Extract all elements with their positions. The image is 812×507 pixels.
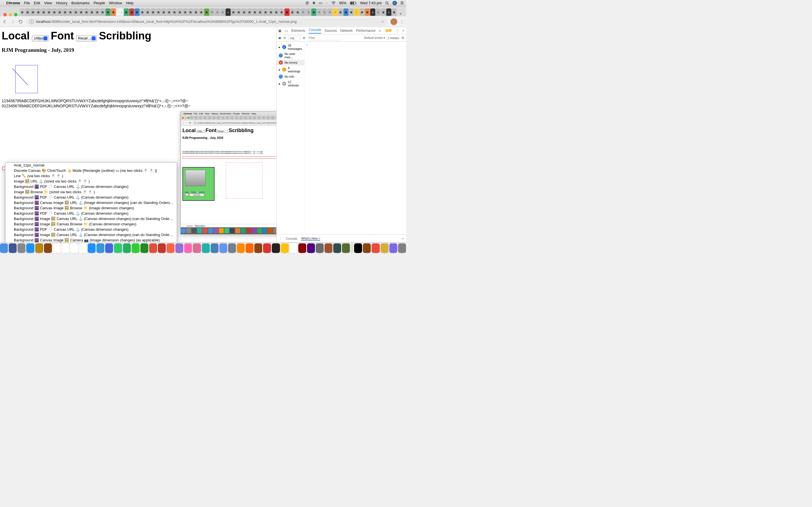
dock-app[interactable] xyxy=(363,243,371,253)
dock-app[interactable] xyxy=(254,243,262,253)
browser-tab[interactable]: ▦ xyxy=(343,8,349,16)
browser-tab[interactable]: ▦ xyxy=(349,8,354,16)
browser-tab[interactable]: ▦ xyxy=(290,8,295,16)
browser-tab[interactable]: G xyxy=(306,8,311,16)
browser-tab[interactable]: ▦ xyxy=(252,8,257,16)
browser-tab[interactable]: ▦ xyxy=(295,8,300,16)
site-info-icon[interactable]: i xyxy=(29,19,34,24)
menu-window[interactable]: Window xyxy=(109,1,122,5)
dock-app[interactable] xyxy=(114,243,122,253)
browser-tab[interactable]: G xyxy=(322,8,327,16)
reload-button[interactable] xyxy=(18,19,23,24)
new-tab-button[interactable]: + xyxy=(397,11,404,16)
dock-app[interactable] xyxy=(158,243,166,253)
browser-tab[interactable]: ▦ xyxy=(183,8,188,16)
browser-tab[interactable]: G xyxy=(220,8,225,16)
forward-button[interactable] xyxy=(10,19,15,24)
browser-tab[interactable]: ▦ xyxy=(105,8,110,16)
browser-tab[interactable]: ▦ xyxy=(365,8,370,16)
mode-dropdown[interactable]: Arial_12px_normalDiscrete Canvas 🎨 Click… xyxy=(5,162,177,242)
browser-tab[interactable]: a xyxy=(386,8,391,16)
dropdown-option[interactable]: Image 🖼️ URL ⚓ (sized via two clicks 🖱️ … xyxy=(5,179,177,184)
bluetooth-icon[interactable]: ⌵ xyxy=(326,1,328,5)
browser-tab[interactable]: ▦ xyxy=(236,8,241,16)
dock-app[interactable] xyxy=(140,243,148,253)
browser-tab[interactable]: ▦ xyxy=(84,8,89,16)
browser-tab[interactable]: G xyxy=(215,8,220,16)
dock-app[interactable] xyxy=(333,243,341,253)
console-filter-row[interactable]: ⊗ No errors xyxy=(276,60,305,65)
menu-people[interactable]: People xyxy=(94,1,105,5)
live-expression-icon[interactable]: 👁 xyxy=(303,36,306,40)
console-filter-row[interactable]: ⓘ No user mes... xyxy=(276,51,305,60)
siri-icon[interactable] xyxy=(393,1,397,5)
wifi-icon[interactable] xyxy=(331,1,336,5)
browser-tab[interactable]: ▦ xyxy=(285,8,290,16)
dropdown-option[interactable]: Background 🌆 Image 🖼️ Canvas URL ⚓ (Canv… xyxy=(5,232,177,237)
dock-app[interactable] xyxy=(88,243,96,253)
console-filter-row[interactable]: ▸ ⚙ 12 verbose xyxy=(276,79,305,88)
dock-app[interactable] xyxy=(0,243,8,253)
browser-tab[interactable]: ▦ xyxy=(274,8,279,16)
filter-input[interactable] xyxy=(308,36,342,40)
status-icon[interactable]: ✻ xyxy=(312,1,315,5)
dock-app[interactable] xyxy=(380,243,389,253)
console-filter-row[interactable]: ⓘ No info xyxy=(276,74,305,79)
dock-app[interactable] xyxy=(219,243,227,253)
dock-app[interactable] xyxy=(96,243,104,253)
devtools-tab[interactable]: Sources xyxy=(324,29,337,33)
dock-app[interactable] xyxy=(228,243,236,253)
browser-tab[interactable]: ▦ xyxy=(36,8,41,16)
console-filter-row[interactable]: ▸ ≡ 16 messages xyxy=(276,43,305,51)
browser-tab[interactable]: ▦ xyxy=(111,8,116,16)
browser-tab[interactable]: ▦ xyxy=(193,8,199,16)
close-tab-icon[interactable]: × xyxy=(121,11,122,13)
browser-tab[interactable]: ▦ xyxy=(359,8,364,16)
devtools-more[interactable]: » xyxy=(379,29,381,33)
devtools-tab[interactable]: Network xyxy=(340,29,353,33)
browser-tab[interactable]: ▦ xyxy=(68,8,73,16)
dock-app[interactable] xyxy=(324,243,333,253)
profile-avatar[interactable] xyxy=(391,18,397,25)
menu-view[interactable]: View xyxy=(44,1,52,5)
browser-tab[interactable]: ▦ xyxy=(140,8,145,16)
display-icon[interactable]: ▭ xyxy=(319,1,322,5)
browser-tab[interactable]: ▦ xyxy=(95,8,100,16)
browser-tab[interactable]: ▦ xyxy=(57,8,62,16)
browser-tab[interactable]: ▦ xyxy=(63,8,68,16)
browser-tab[interactable]: ▦ xyxy=(242,8,247,16)
back-button[interactable] xyxy=(2,19,7,24)
dock-app[interactable] xyxy=(246,243,253,253)
dock-app[interactable] xyxy=(44,243,52,253)
dropdown-option[interactable]: Discrete Canvas 🎨 Click/Touch 👆 Mode [Re… xyxy=(5,168,177,173)
drawer-menu-icon[interactable]: ⋮ xyxy=(279,237,282,240)
browser-tab[interactable]: ✓ xyxy=(354,8,359,16)
dock-app[interactable] xyxy=(389,243,397,253)
context-select[interactable]: top xyxy=(288,36,300,40)
dock-app[interactable] xyxy=(342,243,350,253)
dock-app[interactable] xyxy=(371,243,379,253)
dock-app[interactable] xyxy=(167,243,174,253)
browser-tab[interactable]: ▦ xyxy=(381,8,386,16)
inspect-icon[interactable]: ▣ xyxy=(278,29,282,33)
drawer-tab-active[interactable]: What's New × xyxy=(301,237,320,240)
dropdown-option[interactable]: Image 🖼️ Browse 📁 (sized via two clicks … xyxy=(5,189,177,194)
dropdown-option[interactable]: Line ✏️ (via two clicks 🖱️ 🖱️ ) xyxy=(5,173,177,179)
dock-app[interactable] xyxy=(105,243,113,253)
browser-tab[interactable]: ▦ xyxy=(25,8,30,16)
notification-icon[interactable]: ☰ xyxy=(400,1,404,5)
browser-tab[interactable]: ▦ xyxy=(263,8,268,16)
dock-app[interactable] xyxy=(35,243,43,253)
dock-app[interactable] xyxy=(354,243,362,253)
browser-tab[interactable]: ▦ xyxy=(151,8,156,16)
browser-tab[interactable]: ▦ xyxy=(177,8,183,16)
dock-app[interactable] xyxy=(53,243,61,253)
device-toggle-icon[interactable]: ▭ xyxy=(285,29,288,33)
browser-tab[interactable]: ▦ xyxy=(268,8,273,16)
dropdown-option[interactable]: Background 🌆 Image 🖼️ Canvas URL ⚓ (Canv… xyxy=(5,216,177,221)
recall-select[interactable]: Recall ... xyxy=(76,35,97,41)
dropdown-option[interactable]: Background 🌆 PDF 📄 Canvas URL ⚓ (Canvas … xyxy=(5,194,177,200)
dropdown-option[interactable]: Background 🌆 PDF 📄 Canvas URL ⚓ (Canvas … xyxy=(5,184,177,189)
dropdown-option[interactable]: Background 🌆 Canvas Image 🖼️ Browse 📁 (I… xyxy=(5,205,177,211)
dock-app[interactable] xyxy=(9,243,17,253)
